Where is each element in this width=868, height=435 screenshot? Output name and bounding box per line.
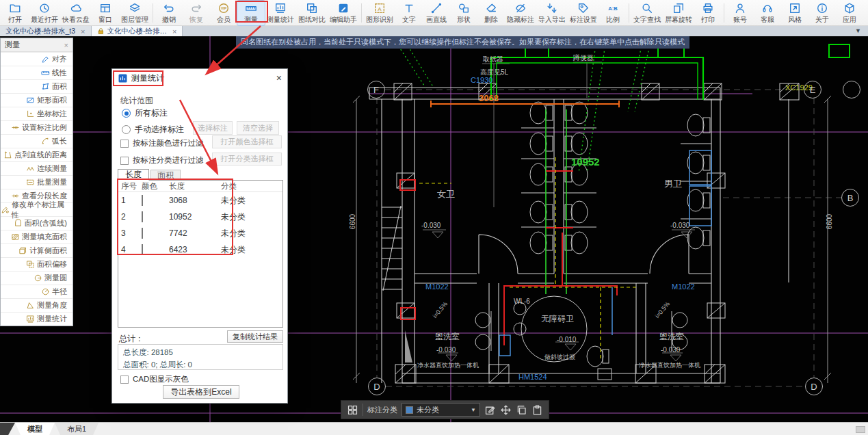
toolbar-button-hide-annotation[interactable]: 隐藏标注 bbox=[505, 1, 536, 25]
vip-icon: VIP bbox=[218, 2, 230, 14]
open-color-picker-button[interactable]: 打开颜色选择框 bbox=[212, 135, 282, 148]
tab-area[interactable]: 面积 bbox=[150, 170, 181, 181]
layers-icon bbox=[129, 2, 141, 14]
sidebar-item-area-offset[interactable]: 面积偏移 bbox=[1, 257, 73, 271]
toolbar-button-scale-ratio[interactable]: A:B比例 bbox=[599, 1, 627, 25]
grid-bubble: B bbox=[841, 189, 859, 207]
sidebar-item-linear-dim[interactable]: 线性 bbox=[1, 66, 73, 79]
toolbar-button-draw-line[interactable]: 画直线 bbox=[423, 1, 450, 25]
layout-tab-模型[interactable]: 模型 bbox=[15, 423, 55, 435]
copy-annotation-icon[interactable] bbox=[516, 404, 527, 416]
sidebar-item-continuous-measure[interactable]: 连续测量 bbox=[1, 161, 73, 175]
toolbar-button-window[interactable]: 窗口 bbox=[92, 1, 119, 25]
toolbar-button-shape-recognize[interactable]: A图形识别 bbox=[364, 1, 395, 25]
toolbar-button-account[interactable]: 账号 bbox=[726, 1, 754, 25]
sidebar-item-rect-area[interactable]: 矩形面积 bbox=[1, 93, 73, 107]
sidebar-item-align-pen[interactable]: 对齐 bbox=[1, 52, 73, 66]
toolbar-button-style[interactable]: 风格 bbox=[781, 1, 808, 25]
toolbar-button-measure-stats[interactable]: 测量统计 bbox=[265, 1, 296, 25]
clear-selection-button[interactable]: 清空选择 bbox=[237, 121, 279, 135]
rect-area-icon bbox=[26, 96, 35, 105]
toolbar-button-measure-ruler[interactable]: 测量 bbox=[237, 1, 265, 25]
close-icon[interactable]: × bbox=[172, 27, 176, 36]
select-annotation-button[interactable]: 选择标注 bbox=[193, 121, 233, 135]
checkbox bbox=[120, 140, 129, 148]
export-to-excel-button[interactable]: 导出表格到Excel bbox=[163, 385, 239, 399]
radio-all-annotations[interactable]: 所有标注 bbox=[122, 107, 168, 119]
sidebar-item-batch-measure[interactable]: 批量测量 bbox=[1, 175, 73, 189]
toolbar-button-eraser[interactable]: 删除 bbox=[477, 1, 505, 25]
toolbar-button-annotation-settings[interactable]: 标注设置 bbox=[568, 1, 599, 25]
sidebar-item-measure-angle[interactable]: 测量角度 bbox=[1, 298, 73, 312]
paste-annotation-icon[interactable] bbox=[531, 404, 543, 416]
grid-view-icon[interactable] bbox=[347, 404, 358, 416]
toolbar-separator bbox=[361, 3, 362, 23]
toolbar-button-screen-rotate[interactable]: 屏幕旋转 bbox=[663, 1, 694, 25]
toolbar-button-import-export[interactable]: 导入导出 bbox=[536, 1, 568, 25]
layout-tab-布局1[interactable]: 布局1 bbox=[55, 423, 98, 435]
table-row[interactable]: 13068未分类 bbox=[118, 192, 282, 209]
close-icon[interactable]: × bbox=[276, 72, 282, 83]
document-tab[interactable]: 文化中心楼-给排水_t3× bbox=[0, 26, 92, 36]
move-annotation-icon[interactable] bbox=[500, 404, 512, 416]
sidebar-item-label: 测量圆 bbox=[44, 273, 67, 283]
table-row[interactable]: 46423未分类 bbox=[118, 241, 282, 258]
color-swatch bbox=[142, 195, 143, 206]
table-row[interactable]: 37742未分类 bbox=[118, 225, 282, 241]
sidebar-item-set-dim-scale[interactable]: 设置标注比例 bbox=[1, 120, 73, 134]
print-icon bbox=[702, 2, 714, 14]
scale-ratio-icon: A:B bbox=[607, 2, 619, 14]
continuous-measure-icon bbox=[26, 164, 35, 173]
toolbar-button-redo[interactable]: 恢复 bbox=[183, 1, 210, 25]
filter-by-color-checkbox[interactable]: 按标注颜色进行过滤 bbox=[120, 138, 204, 148]
document-tab[interactable]: 文化中心楼-给排…× bbox=[92, 26, 183, 36]
toolbar-button-cloud[interactable]: 快看云盘 bbox=[60, 1, 92, 25]
sidebar-item-arc-length[interactable]: 弧长 bbox=[1, 134, 73, 148]
dialog-titlebar[interactable]: 测量统计 × bbox=[112, 69, 287, 87]
layout-tabs-scroll[interactable] bbox=[0, 423, 15, 435]
toolbar-button-layers[interactable]: 图层管理 bbox=[119, 1, 150, 25]
sidebar-item-fill-area[interactable]: 测量填充面积 bbox=[1, 230, 73, 243]
toolbar-button-vip[interactable]: VIP会员 bbox=[210, 1, 237, 25]
copy-results-button[interactable]: 复制统计结果 bbox=[227, 330, 283, 343]
statusbar-resize-handle[interactable] bbox=[856, 426, 865, 433]
grid-bubble: F bbox=[367, 81, 385, 98]
row-color-cell bbox=[142, 212, 169, 222]
sidebar-item-measure-circle[interactable]: 测量圆 bbox=[1, 271, 73, 285]
sidebar-item-coord-dim[interactable]: 坐标标注 bbox=[1, 107, 73, 120]
close-icon[interactable]: × bbox=[64, 41, 68, 49]
toolbar-button-edit-assistant[interactable]: 编辑助手 bbox=[328, 1, 359, 25]
toolbar-button-recent-clock[interactable]: 最近打开 bbox=[29, 1, 60, 25]
open-category-picker-button[interactable]: 打开分类选择框 bbox=[212, 153, 282, 166]
toolbar-button-label: 比例 bbox=[606, 15, 620, 25]
sidebar-item-area-poly[interactable]: 面积 bbox=[1, 79, 73, 93]
radio-manual-select[interactable]: 手动选择标注 bbox=[122, 124, 184, 135]
toolbar-button-apps-cube[interactable]: 应用 bbox=[836, 1, 863, 25]
sidebar-item-radius[interactable]: 半径 bbox=[1, 285, 73, 298]
toolbar-button-text-search[interactable]: 文字查找 bbox=[631, 1, 663, 25]
sidebar-item-side-area[interactable]: 计算侧面积 bbox=[1, 243, 73, 257]
edit-annotation-icon[interactable] bbox=[484, 404, 496, 416]
status-bar: 模型布局1 bbox=[0, 422, 868, 435]
toolbar-button-print[interactable]: 打印 bbox=[694, 1, 722, 25]
toolbar-button-text[interactable]: 文字 bbox=[395, 1, 423, 25]
table-row[interactable]: 210952未分类 bbox=[118, 209, 282, 225]
cad-text-label: -0.030 bbox=[421, 222, 440, 229]
cad-gray-checkbox[interactable]: CAD图显示灰色 bbox=[120, 374, 189, 384]
category-dropdown[interactable]: 未分类 ▼ bbox=[402, 403, 480, 417]
close-icon[interactable]: × bbox=[81, 27, 85, 36]
toolbar-button-undo[interactable]: 撤销 bbox=[155, 1, 183, 25]
fill-area-icon bbox=[11, 233, 20, 241]
sidebar-item-point-to-line[interactable]: 点到直线的距离 bbox=[1, 148, 73, 161]
grid-bubble: D bbox=[368, 378, 386, 395]
sidebar-item-measure-stats[interactable]: 测量统计 bbox=[1, 312, 73, 326]
toolbar-button-about-info[interactable]: 关于 bbox=[808, 1, 836, 25]
sidebar-item-modify-annotation[interactable]: 修改单个标注属性 bbox=[1, 202, 73, 216]
toolbar-button-support-headset[interactable]: 客服 bbox=[754, 1, 781, 25]
tab-length[interactable]: 长度 bbox=[118, 169, 149, 181]
toolbar-button-shapes[interactable]: 形状 bbox=[450, 1, 477, 25]
chevron-down-icon[interactable]: ▼ bbox=[855, 26, 868, 36]
filter-by-category-checkbox[interactable]: 按标注分类进行过滤 bbox=[120, 155, 204, 166]
toolbar-button-open-folder[interactable]: 打开 bbox=[1, 1, 29, 25]
toolbar-button-drawing-compare[interactable]: 图纸对比 bbox=[296, 1, 328, 25]
